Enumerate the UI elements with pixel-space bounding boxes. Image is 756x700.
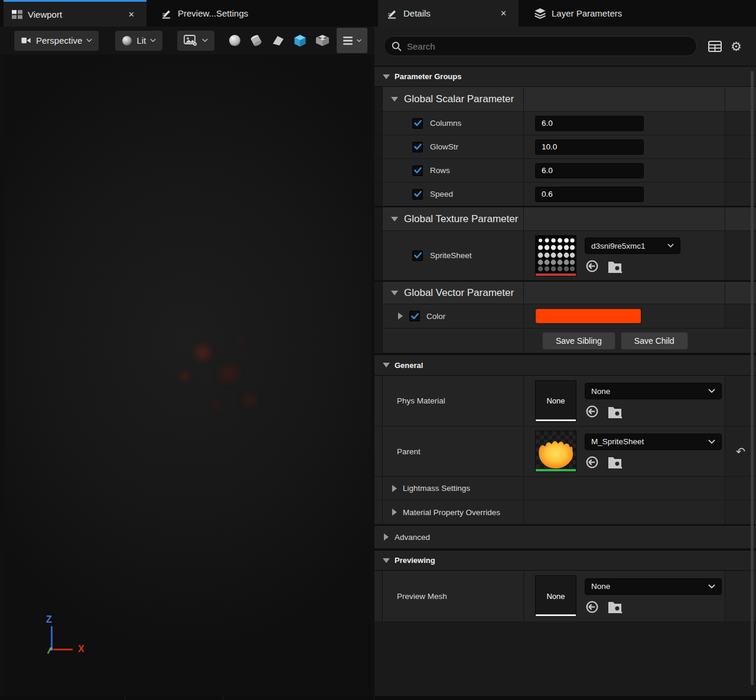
- checkbox-checked[interactable]: [412, 165, 423, 176]
- chevron-down-icon: [150, 38, 156, 43]
- param-value-input[interactable]: [535, 139, 644, 155]
- caret-down-icon: [383, 363, 390, 367]
- category-label: Parameter Groups: [395, 72, 461, 81]
- reset-to-default-icon[interactable]: ↶: [736, 445, 745, 458]
- bottom-panel-edge: [0, 696, 756, 700]
- checkbox-checked[interactable]: [412, 189, 423, 200]
- tab-viewport[interactable]: Viewport ✕: [4, 0, 146, 27]
- display-filter-table-icon[interactable]: [708, 41, 722, 52]
- asset-type-strip: [536, 419, 576, 421]
- save-sibling-button[interactable]: Save Sibling: [542, 332, 615, 350]
- param-value-input[interactable]: [535, 163, 644, 178]
- group-global-texture-parameter[interactable]: Global Texture Parameter: [374, 207, 756, 231]
- param-label: Speed: [430, 190, 453, 198]
- search-input[interactable]: [407, 41, 689, 51]
- row-advanced[interactable]: Advanced: [374, 526, 756, 549]
- thumbnail-none-label: None: [546, 592, 565, 601]
- row-lightmass-settings[interactable]: Lightmass Settings: [374, 477, 756, 500]
- expander-caret-right-icon[interactable]: [392, 485, 397, 492]
- checkbox-checked[interactable]: [409, 311, 420, 321]
- property-label: Preview Mesh: [397, 592, 447, 601]
- property-label: Parent: [397, 447, 421, 456]
- tab-details-label: Details: [403, 8, 431, 18]
- parent-material-value: M_SpriteSheet: [591, 437, 708, 446]
- tab-layer-parameters[interactable]: Layer Parameters: [526, 0, 630, 27]
- phys-material-thumbnail[interactable]: None: [535, 380, 576, 422]
- chevron-down-icon: [86, 38, 92, 43]
- parent-material-dropdown[interactable]: M_SpriteSheet: [585, 434, 722, 450]
- param-value-input[interactable]: [535, 187, 644, 202]
- screenshot-icon: [184, 34, 198, 47]
- perspective-dropdown[interactable]: Perspective: [14, 31, 99, 51]
- tab-viewport-close-icon[interactable]: ✕: [125, 9, 138, 20]
- search-box[interactable]: [384, 36, 697, 56]
- row-phys-material: Phys Material None None: [374, 376, 756, 426]
- use-selected-asset-icon[interactable]: [585, 455, 599, 470]
- shape-plane-button[interactable]: [272, 34, 285, 47]
- phys-material-value: None: [591, 387, 708, 396]
- tab-preview-settings[interactable]: Preview...Settings: [152, 0, 256, 27]
- browse-to-asset-icon[interactable]: [607, 600, 623, 614]
- group-global-scalar-parameter[interactable]: Global Scalar Parameter: [374, 87, 756, 112]
- texture-asset-dropdown[interactable]: d3sni9re5xmc1: [585, 237, 680, 254]
- browse-to-asset-icon[interactable]: [607, 455, 623, 469]
- param-label: Rows: [430, 166, 450, 175]
- category-label: Previewing: [395, 556, 435, 565]
- viewport-grid-icon: [12, 10, 22, 19]
- preview-mesh-dropdown[interactable]: None: [585, 578, 722, 595]
- lit-sphere-icon: [122, 35, 132, 46]
- layers-icon: [534, 8, 546, 19]
- chevron-down-icon: [708, 389, 715, 393]
- details-scrollbar[interactable]: [751, 71, 754, 685]
- param-value-input[interactable]: [535, 116, 644, 131]
- param-label: Color: [426, 312, 445, 321]
- category-general[interactable]: General: [374, 354, 756, 376]
- shape-cylinder-button[interactable]: [250, 34, 263, 47]
- expander-caret-right-icon[interactable]: [384, 533, 389, 541]
- use-selected-asset-icon[interactable]: [585, 600, 599, 614]
- axis-z-label: Z: [46, 614, 52, 625]
- texture-asset-name: d3sni9re5xmc1: [591, 242, 667, 250]
- chevron-down-icon: [667, 243, 674, 248]
- parent-material-thumbnail[interactable]: [535, 431, 576, 472]
- phys-material-dropdown[interactable]: None: [585, 383, 722, 399]
- settings-gear-icon[interactable]: ⚙: [731, 40, 742, 53]
- tab-details-close-icon[interactable]: ✕: [497, 8, 510, 19]
- expander-caret-right-icon[interactable]: [398, 312, 403, 320]
- use-selected-asset-icon[interactable]: [585, 404, 599, 419]
- shape-sphere-button[interactable]: [229, 34, 241, 47]
- checkbox-checked[interactable]: [412, 142, 423, 152]
- tab-layer-parameters-label: Layer Parameters: [552, 8, 622, 18]
- shape-cube-button[interactable]: [294, 34, 307, 47]
- caret-down-icon: [383, 74, 390, 79]
- texture-thumbnail[interactable]: [535, 235, 576, 276]
- screenshot-options-button[interactable]: [177, 31, 214, 51]
- viewport-toolbar: Perspective Lit: [0, 27, 374, 54]
- shape-custom-mesh-button[interactable]: [315, 34, 330, 47]
- group-title: Global Vector Parameter: [404, 287, 514, 299]
- viewport-options-menu-button[interactable]: [337, 28, 367, 53]
- 3d-viewport[interactable]: Z X: [5, 54, 371, 696]
- group-global-vector-parameter[interactable]: Global Vector Parameter: [374, 282, 756, 304]
- chevron-down-icon: [357, 39, 361, 43]
- caret-down-icon: [391, 217, 398, 222]
- browse-to-asset-icon[interactable]: [607, 405, 623, 419]
- axis-origin: [50, 647, 53, 650]
- checkbox-checked[interactable]: [412, 118, 423, 129]
- use-selected-asset-icon[interactable]: [585, 259, 599, 274]
- row-material-property-overrides[interactable]: Material Property Overrides: [374, 500, 756, 525]
- browse-to-asset-icon[interactable]: [607, 259, 623, 274]
- preview-shape-buttons: [229, 34, 330, 47]
- category-parameter-groups[interactable]: Parameter Groups: [374, 66, 756, 87]
- color-swatch[interactable]: [535, 308, 641, 324]
- lit-mode-dropdown[interactable]: Lit: [115, 31, 162, 51]
- expander-caret-right-icon[interactable]: [392, 509, 397, 516]
- particle-preview-effect: [152, 285, 324, 456]
- save-child-button[interactable]: Save Child: [621, 332, 688, 350]
- category-previewing[interactable]: Previewing: [374, 550, 756, 571]
- tab-viewport-label: Viewport: [28, 9, 62, 19]
- checkbox-checked[interactable]: [412, 250, 423, 261]
- param-row-rows: Rows: [374, 159, 756, 183]
- tab-details[interactable]: Details ✕: [378, 0, 519, 27]
- preview-mesh-thumbnail[interactable]: None: [535, 575, 576, 617]
